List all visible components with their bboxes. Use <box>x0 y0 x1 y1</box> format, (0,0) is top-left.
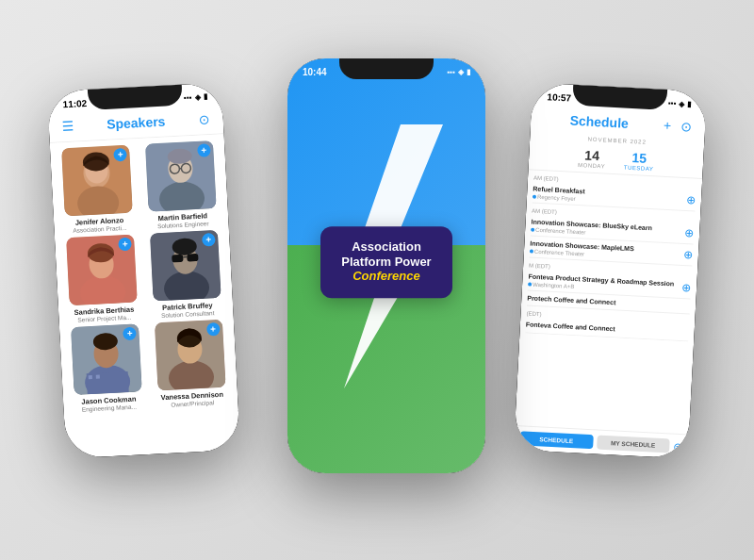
speakers-title: Speakers <box>76 112 195 134</box>
filter-icon[interactable]: ⊜ <box>673 439 683 453</box>
battery-center: ▮ <box>467 68 470 76</box>
phone-right: 10:57 ▪▪▪ ◈ ▮ Schedule + ⊙ NOVEMBER 2022… <box>514 82 707 458</box>
splash-logo-box: Association Platform Power Conference <box>320 226 452 298</box>
event-add-maple[interactable]: ⊕ <box>683 248 694 262</box>
svg-rect-29 <box>96 375 100 379</box>
phone-left: 11:02 ▪▪▪ ◈ ▮ ☰ Speakers ⊙ <box>47 82 240 458</box>
time-group-1: AM (EDT) Refuel Breakfast Regency Foyer … <box>533 174 697 212</box>
date-num-15: 15 <box>631 150 647 166</box>
schedule-events-list: AM (EDT) Refuel Breakfast Regency Foyer … <box>519 170 702 341</box>
wifi-right: ◈ <box>679 99 684 107</box>
location-text-refuel: Regency Foyer <box>537 194 576 202</box>
status-icons-left: ▪▪▪ ◈ ▮ <box>184 92 207 102</box>
speaker-card-6: + Vanessa Dennison Owner/Principal <box>148 319 232 408</box>
tab-schedule[interactable]: SCHEDULE <box>519 431 593 449</box>
location-dot <box>533 195 536 199</box>
speaker-card-5: + Jason Cookman Engineering Mana... <box>65 323 149 413</box>
speaker-photo-1[interactable]: + <box>61 145 133 217</box>
schedule-footer: SCHEDULE MY SCHEDULE ⊜ <box>514 425 689 459</box>
time-group-3: M (EDT) Fonteva Product Strategy & Roadm… <box>527 262 692 315</box>
speaker-role-2: Solutions Engineer <box>157 220 209 229</box>
time-right: 10:57 <box>547 91 571 103</box>
speaker-photo-4[interactable]: + <box>150 230 221 302</box>
svg-rect-19 <box>172 255 183 263</box>
wifi-center: ◈ <box>458 68 464 76</box>
status-icons-right: ▪▪▪ ◈ ▮ <box>668 98 692 107</box>
svg-rect-27 <box>87 371 129 394</box>
date-day-mon: MONDAY <box>578 162 605 170</box>
speakers-grid: + Jenifer Alonzo Association Practi... <box>50 134 238 419</box>
speaker-photo-2[interactable]: + <box>145 140 217 212</box>
speaker-photo-3[interactable]: + <box>66 234 138 305</box>
phone-left-screen: 11:02 ▪▪▪ ◈ ▮ ☰ Speakers ⊙ <box>47 82 240 458</box>
logo-line1: Association <box>336 239 437 255</box>
phones-container: 11:02 ▪▪▪ ◈ ▮ ☰ Speakers ⊙ <box>9 11 745 549</box>
time-group-2: AM (EDT) Innovation Showcase: BlueSky eL… <box>530 207 696 267</box>
event-details-refuel: Refuel Breakfast Regency Foyer <box>533 185 683 207</box>
status-icons-center: ▪▪▪ ◈ ▮ <box>447 68 470 76</box>
svg-rect-20 <box>187 254 198 262</box>
speaker-role-4: Solution Consultant <box>161 309 215 319</box>
phone-right-screen: 10:57 ▪▪▪ ◈ ▮ Schedule + ⊙ NOVEMBER 2022… <box>514 82 707 458</box>
logo-line2: Platform Power <box>336 255 437 270</box>
phone-center: 10:44 ▪▪▪ ◈ ▮ Association Platform Power… <box>287 58 485 473</box>
date-day-tue: TUESDAY <box>624 165 654 173</box>
speaker-card-4: + Patrick Bruffey Solution Consultant <box>143 230 227 320</box>
logo-line3: Conference <box>336 269 437 285</box>
profile-icon-left[interactable]: ⊙ <box>194 109 214 129</box>
event-add-fonteva[interactable]: ⊕ <box>681 281 692 295</box>
menu-icon[interactable]: ☰ <box>57 116 77 136</box>
speaker-card-2: + Martin Barfield Solutions Engineer <box>139 140 222 230</box>
splash-screen: 10:44 ▪▪▪ ◈ ▮ Association Platform Power… <box>287 58 485 473</box>
event-add-refuel[interactable]: ⊕ <box>686 193 697 207</box>
date-num-14: 14 <box>584 147 599 163</box>
event-details-maple: Innovation Showcase: MapleLMS Conference… <box>530 239 680 262</box>
speaker-photo-6[interactable]: + <box>155 320 226 391</box>
wifi-icon-left: ◈ <box>194 92 200 101</box>
add-schedule-btn[interactable]: + <box>658 115 678 135</box>
date-tuesday[interactable]: 15 TUESDAY <box>624 150 655 173</box>
date-monday[interactable]: 14 MONDAY <box>578 147 606 169</box>
svg-rect-28 <box>89 375 92 379</box>
time-left: 11:02 <box>62 97 87 108</box>
phone-center-screen: 10:44 ▪▪▪ ◈ ▮ Association Platform Power… <box>287 58 485 473</box>
location-dot-2 <box>531 228 534 232</box>
speaker-card-3: + Sandrika Berthias Senior Project Ma... <box>60 234 144 323</box>
schedule-title: Schedule <box>540 111 659 133</box>
signal-icon-left: ▪▪▪ <box>184 93 192 102</box>
location-dot-4 <box>528 283 532 287</box>
battery-icon-left: ▮ <box>203 92 206 101</box>
signal-center: ▪▪▪ <box>447 68 455 76</box>
time-group-4: (EDT) Fonteva Coffee and Connect <box>525 310 689 341</box>
tab-my-schedule[interactable]: MY SCHEDULE <box>597 435 670 453</box>
profile-icon-right[interactable]: ⊙ <box>677 116 697 136</box>
speaker-role-3: Senior Project Ma... <box>77 314 131 323</box>
location-dot-3 <box>530 250 533 254</box>
event-add-bluesky[interactable]: ⊕ <box>684 226 695 240</box>
speaker-photo-5[interactable]: + <box>71 323 142 395</box>
location-text-fonteva: Washington A+B <box>533 282 575 289</box>
signal-right: ▪▪▪ <box>668 98 677 107</box>
time-center: 10:44 <box>303 67 327 77</box>
speaker-role-6: Owner/Principal <box>171 399 214 407</box>
battery-right: ▮ <box>687 100 691 108</box>
speaker-card-1: + Jenifer Alonzo Association Practi... <box>56 144 139 234</box>
notch-center <box>339 58 434 79</box>
